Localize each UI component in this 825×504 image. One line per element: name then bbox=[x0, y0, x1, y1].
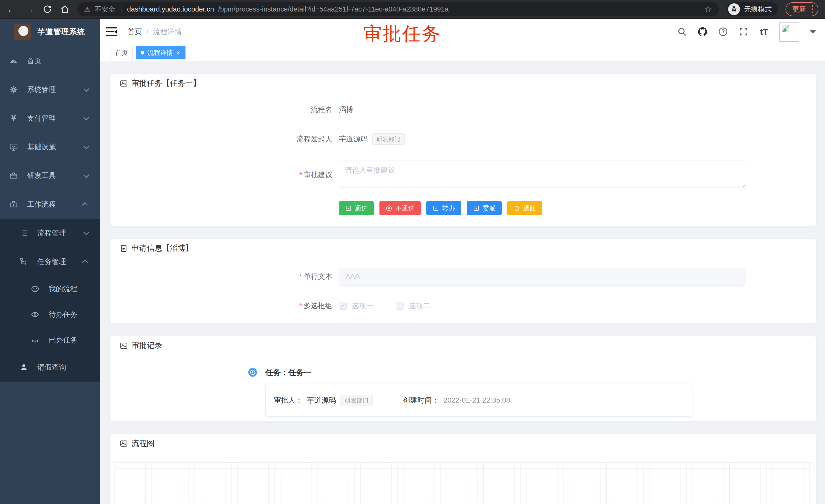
picture-icon bbox=[120, 439, 128, 448]
home-icon[interactable] bbox=[60, 4, 70, 14]
required-asterisk: * bbox=[299, 171, 302, 179]
active-dot bbox=[141, 51, 144, 55]
bpmn-grid-canvas[interactable] bbox=[115, 462, 812, 504]
return-button[interactable]: 退回 bbox=[507, 201, 542, 216]
sidebar-item-system[interactable]: 系统管理 bbox=[0, 75, 100, 104]
avatar-caret-icon[interactable] bbox=[810, 30, 816, 34]
browser-menu-icon[interactable] bbox=[812, 5, 813, 13]
breadcrumb-separator: / bbox=[147, 28, 149, 36]
gear-icon bbox=[9, 85, 18, 94]
incognito-label: 无痕模式 bbox=[744, 5, 772, 14]
update-button[interactable]: 更新 bbox=[785, 2, 818, 16]
bookmark-star-icon[interactable]: ☆ bbox=[704, 4, 712, 15]
checkbox-group: 选项一 选项二 bbox=[339, 301, 430, 311]
application-card-title: 申请信息【滔博】 bbox=[132, 243, 193, 254]
insecure-warning-icon[interactable]: ⚠ bbox=[84, 5, 90, 14]
address-divider bbox=[121, 5, 122, 13]
github-icon[interactable] bbox=[697, 27, 708, 37]
chevron-down-icon bbox=[83, 115, 89, 120]
browser-toolbar: ← → ⚠ 不安全 dashboard.yudao.iocoder.cn/bpm… bbox=[0, 0, 825, 19]
incognito-icon bbox=[728, 3, 740, 15]
sidebar-item-todo-tasks[interactable]: 待办任务 bbox=[0, 302, 100, 327]
close-tab-icon[interactable] bbox=[176, 51, 180, 55]
timeline-clock-icon bbox=[248, 368, 257, 377]
sidebar-item-infra[interactable]: 基础设施 bbox=[0, 133, 100, 161]
page: ← → ⚠ 不安全 dashboard.yudao.iocoder.cn/bpm… bbox=[0, 0, 825, 504]
tab-home[interactable]: 首页 bbox=[110, 46, 133, 60]
font-size-icon[interactable]: tT bbox=[759, 27, 769, 37]
approval-record-card: 审批记录 任务：任务一 审批人： 芋道源码 研发部门 创建时间： 2022-01… bbox=[110, 336, 816, 421]
sidebar-logo[interactable]: 芋道管理系统 bbox=[0, 19, 100, 45]
tab-process-detail[interactable]: 流程详情 bbox=[136, 46, 185, 60]
incognito-indicator: 无痕模式 bbox=[727, 2, 778, 16]
edit-icon bbox=[433, 205, 439, 212]
security-label: 不安全 bbox=[94, 5, 115, 14]
approve-button[interactable]: 通过 bbox=[339, 201, 374, 216]
search-icon[interactable] bbox=[677, 27, 687, 37]
sidebar-item-done-tasks[interactable]: 已办任务 bbox=[0, 327, 100, 353]
breadcrumb-current: 流程详情 bbox=[153, 27, 182, 36]
created-time-label: 创建时间： bbox=[403, 396, 439, 405]
sidebar-item-home[interactable]: 首页 bbox=[0, 47, 100, 75]
delegate-button[interactable]: 委派 bbox=[467, 201, 502, 216]
approver-value: 芋道源码 bbox=[307, 396, 336, 405]
breadcrumb-home[interactable]: 首页 bbox=[128, 27, 142, 36]
sidebar-item-payment[interactable]: ¥ 支付管理 bbox=[0, 104, 100, 133]
annotation-text: 审批任务 bbox=[363, 21, 441, 46]
sidebar-item-devtools[interactable]: 研发工具 bbox=[0, 161, 100, 190]
avatar[interactable] bbox=[779, 22, 799, 42]
initiator-label: 流程发起人 bbox=[110, 134, 332, 144]
reject-button[interactable]: 不通过 bbox=[379, 201, 421, 216]
timeline-detail-card: 审批人： 芋道源码 研发部门 创建时间： 2022-01-21 22:35:08 bbox=[266, 384, 692, 417]
application-info-card: 申请信息【滔博】 *单行文本 *多选框组 选项一 bbox=[110, 239, 816, 323]
sidebar: 芋道管理系统 首页 系统管理 ¥ 支付管理 基础设施 bbox=[0, 19, 100, 504]
face-icon bbox=[31, 284, 40, 293]
yen-icon: ¥ bbox=[9, 114, 18, 123]
sidebar-collapse-icon[interactable] bbox=[106, 27, 117, 36]
sidebar-item-task-mgmt[interactable]: 任务管理 bbox=[0, 247, 100, 276]
chevron-up-icon bbox=[82, 260, 88, 266]
single-line-text-label: *单行文本 bbox=[110, 272, 332, 281]
reload-icon[interactable] bbox=[43, 4, 52, 14]
chevron-up-icon bbox=[82, 202, 88, 208]
edit-icon bbox=[473, 205, 479, 212]
record-card-title: 审批记录 bbox=[132, 340, 162, 351]
timeline-task-title: 任务：任务一 bbox=[266, 367, 312, 378]
single-line-text-input[interactable] bbox=[339, 268, 746, 285]
main-content: 审批任务【任务一】 流程名 滔博 流程发起人 芋道源码 研发部门 *审批建议 bbox=[100, 61, 825, 504]
back-icon[interactable]: ← bbox=[7, 4, 17, 14]
suggestion-label: *审批建议 bbox=[110, 170, 332, 180]
transfer-button[interactable]: 转办 bbox=[426, 201, 461, 216]
process-name-value: 滔博 bbox=[339, 105, 353, 114]
rollback-icon bbox=[513, 205, 520, 212]
forward-icon[interactable]: → bbox=[24, 4, 35, 14]
sidebar-item-workflow[interactable]: 工作流程 bbox=[0, 190, 100, 219]
process-diagram-card: 流程图 bbox=[110, 434, 816, 504]
checkbox-checked-icon bbox=[339, 302, 347, 310]
list-tree-icon bbox=[19, 229, 28, 237]
user-icon bbox=[19, 363, 28, 371]
sidebar-item-process-mgmt[interactable]: 流程管理 bbox=[0, 219, 100, 247]
edit-icon bbox=[345, 205, 352, 212]
diagram-card-header: 流程图 bbox=[110, 434, 816, 453]
address-bar[interactable]: ⚠ 不安全 dashboard.yudao.iocoder.cn/bpm/pro… bbox=[77, 2, 719, 16]
app-title: 芋道管理系统 bbox=[38, 27, 85, 37]
checkbox-group-label: *多选框组 bbox=[110, 301, 332, 311]
checkbox-option-1[interactable]: 选项一 bbox=[339, 301, 373, 311]
initiator-value: 芋道源码 bbox=[339, 134, 368, 144]
process-name-label: 流程名 bbox=[110, 105, 332, 114]
chevron-down-icon bbox=[83, 230, 89, 235]
help-icon[interactable] bbox=[718, 27, 728, 37]
checkbox-option-2[interactable]: 选项二 bbox=[396, 301, 430, 311]
tags-view-bar: 首页 流程详情 bbox=[100, 45, 825, 61]
sidebar-item-my-process[interactable]: 我的流程 bbox=[0, 276, 100, 302]
url-path: /bpm/process-instance/detail?id=54aa251f… bbox=[218, 5, 448, 13]
picture-icon bbox=[120, 79, 128, 88]
fullscreen-icon[interactable] bbox=[738, 27, 749, 37]
suggestion-textarea[interactable] bbox=[339, 161, 746, 187]
circle-close-icon bbox=[386, 205, 392, 212]
checkbox-unchecked-icon bbox=[396, 302, 403, 310]
sidebar-item-leave-query[interactable]: 请假查询 bbox=[0, 353, 100, 382]
approver-label: 审批人： bbox=[274, 396, 303, 405]
briefcase-icon bbox=[9, 200, 18, 209]
